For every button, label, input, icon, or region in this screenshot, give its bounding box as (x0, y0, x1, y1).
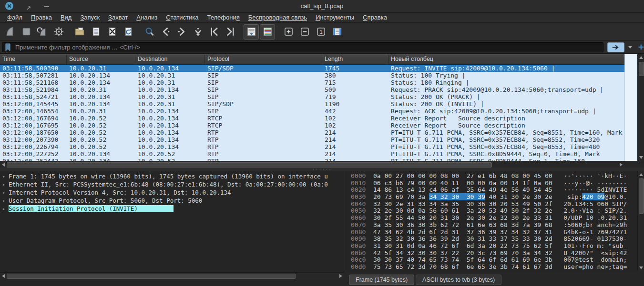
menu-help[interactable]: Справка (358, 13, 391, 22)
hex-row[interactable]: 0050 32 2e 30 0d 0a 56 69 61 3a 20 53 49… (345, 207, 637, 215)
detail-line[interactable]: ▸Session Initiation Protocol (INVITE) (0, 205, 344, 213)
packet-row[interactable]: 03:12:00,14544510.0.20.13410.0.20.31SIP/… (0, 100, 624, 108)
scroll-down-icon[interactable] (639, 156, 643, 159)
zoom-out-button[interactable] (297, 24, 312, 39)
menu-go[interactable]: Запуск (76, 13, 104, 22)
start-capture-button[interactable] (2, 24, 18, 39)
apply-filter-button[interactable] (607, 42, 624, 52)
colorize-button[interactable] (260, 24, 275, 39)
close-file-button[interactable] (104, 24, 120, 39)
hex-row[interactable]: 0030 20 73 69 70 3a 34 32 30 30 39 40 31… (345, 194, 637, 201)
packet-row[interactable]: 03:11:58,50039010.0.20.3110.0.20.134SIP/… (0, 65, 624, 72)
scroll-right-icon[interactable] (620, 163, 623, 167)
tab-ascii[interactable]: ASCII bytes to tvb (3 bytes) (416, 275, 501, 285)
menu-telephony[interactable]: Телефония (203, 13, 244, 22)
packet-row[interactable]: 03:12:00,18765010.0.20.5210.0.20.134RTP2… (0, 129, 624, 136)
save-file-button[interactable] (88, 24, 103, 39)
expand-arrow-icon[interactable]: ▸ (2, 190, 9, 195)
column-header-source[interactable]: Source (67, 55, 135, 64)
column-header-new_column[interactable]: Новый столбец (388, 55, 624, 64)
expand-arrow-icon[interactable]: ▸ (2, 206, 9, 211)
menu-wireless[interactable]: Беспроводная связь (244, 13, 311, 22)
packet-row[interactable]: 03:11:58,52198410.0.20.3110.0.20.134SIP5… (0, 86, 624, 93)
menu-statistics[interactable]: Статистика (162, 13, 203, 22)
capture-options-button[interactable] (51, 24, 66, 39)
scroll-up-icon[interactable] (639, 173, 643, 176)
add-filter-button[interactable]: + (638, 42, 644, 52)
hex-row[interactable]: 0090 38 35 32 30 36 36 39 2d 30 31 33 37… (345, 236, 637, 243)
expand-arrow-icon[interactable]: ▸ (2, 174, 9, 179)
first-packet-button[interactable] (206, 24, 222, 39)
go-to-packet-button[interactable] (190, 24, 205, 39)
hex-row[interactable]: 00b0 42 5f 34 32 30 30 37 22 20 3c 73 69… (345, 250, 637, 257)
restart-capture-button[interactable] (35, 24, 50, 39)
packet-list-vscroll-thumb[interactable] (639, 62, 644, 76)
menu-file[interactable]: Файл (3, 13, 27, 22)
hex-row[interactable]: 0000 0a 00 27 00 00 00 08 00 27 e1 6b 48… (345, 173, 637, 180)
hex-row[interactable]: 00a0 31 30 31 0d 0a 46 72 6f 6d 3a 20 22… (345, 243, 637, 250)
hex-row[interactable]: 0070 3a 35 30 36 30 3b 62 72 61 6e 63 68… (345, 222, 637, 229)
filter-dropdown-caret[interactable] (628, 46, 632, 49)
hex-row[interactable]: 0020 14 86 13 c4 13 c4 06 af 35 64 49 4e… (345, 187, 637, 194)
packet-row[interactable]: 03:12:00,22725210.0.20.13410.0.20.52RTP2… (0, 150, 624, 158)
auto-scroll-button[interactable] (244, 24, 259, 39)
scroll-up-icon[interactable] (639, 56, 643, 59)
column-header-destination[interactable]: Destination (135, 55, 205, 64)
menu-capture[interactable]: Захват (104, 13, 132, 22)
packet-row[interactable]: 03:12:00,20739010.0.20.5210.0.20.134RTP2… (0, 136, 624, 143)
detail-line[interactable]: ▸Internet Protocol Version 4, Src: 10.0.… (0, 188, 344, 197)
packet-row[interactable]: 03:12:00,25244210.0.20.13410.0.20.52RTP2… (0, 158, 624, 161)
auto-scroll-icon (246, 26, 257, 37)
last-packet-button[interactable] (223, 24, 238, 39)
scroll-right-icon[interactable] (339, 274, 342, 278)
details-hscrollbar[interactable] (0, 272, 344, 279)
hex-row[interactable]: 00c0 30 30 37 40 74 65 73 74 5f 64 6f 6d… (345, 256, 637, 264)
filter-bookmark-icon[interactable] (5, 43, 11, 53)
detail-line[interactable]: ▸Frame 1: 1745 bytes on wire (13960 bits… (0, 172, 344, 180)
hex-row[interactable]: 0010 06 c3 b6 79 00 00 40 11 00 00 0a 00… (345, 180, 637, 187)
packet-list-hscroll-thumb[interactable] (7, 162, 492, 168)
hex-vscroll-thumb[interactable] (639, 178, 644, 214)
packet-row[interactable]: 03:12:00,16769410.0.20.5210.0.20.134RTCP… (0, 115, 624, 122)
column-header-length[interactable]: Length (322, 55, 388, 64)
detail-line[interactable]: ▸Ethernet II, Src: PCSSystemtec_e1:6b:48… (0, 180, 344, 188)
column-header-time[interactable]: Time (0, 55, 67, 64)
menu-tools[interactable]: Инструменты (311, 13, 358, 22)
stop-capture-button[interactable] (19, 24, 34, 39)
detail-line[interactable]: ▸User Datagram Protocol, Src Port: 5060,… (0, 197, 344, 205)
packet-row[interactable]: 03:12:00,16769510.0.20.5210.0.20.134RTCP… (0, 122, 624, 129)
byte-view-tabbar: Frame (1745 bytes)ASCII bytes to tvb (3 … (345, 274, 644, 286)
open-file-button[interactable] (72, 24, 87, 39)
packet-row[interactable]: 03:12:00,14655410.0.20.3110.0.20.134SIP4… (0, 108, 624, 115)
packet-row[interactable]: 03:11:58,52116810.0.20.13410.0.20.31SIP7… (0, 79, 624, 86)
find-packet-button[interactable] (142, 24, 157, 39)
hex-row[interactable]: 0080 47 34 62 4b 2d 6f 2d 31 37 36 39 37… (345, 229, 637, 236)
menu-view[interactable]: Вид (56, 13, 76, 22)
hex-vscrollbar[interactable] (637, 171, 644, 271)
zoom-in-button[interactable] (281, 24, 296, 39)
details-hscroll-thumb[interactable] (7, 274, 296, 279)
scroll-left-icon[interactable] (2, 163, 5, 167)
hex-row[interactable]: 00d0 75 73 65 72 3d 70 68 6f 6e 65 3e 3b… (345, 264, 637, 271)
tab-frame[interactable]: Frame (1745 bytes) (349, 275, 414, 285)
pane-splitter[interactable]: ······ (0, 168, 644, 171)
column-header-protocol[interactable]: Protocol (205, 55, 322, 64)
packet-row[interactable]: 03:11:58,52472110.0.20.13410.0.20.31SIP7… (0, 93, 624, 100)
scroll-left-icon[interactable] (2, 274, 5, 278)
previous-packet-button[interactable] (158, 24, 173, 39)
zoom-100-button[interactable]: 1 (313, 24, 328, 39)
packet-row[interactable]: 03:12:00,22679410.0.20.5210.0.20.134RTP2… (0, 143, 624, 150)
reload-file-button[interactable] (121, 24, 136, 39)
expand-arrow-icon[interactable]: ▸ (2, 198, 9, 203)
packet-row[interactable]: 03:11:58,50728110.0.20.13410.0.20.31SIP3… (0, 72, 624, 79)
resize-columns-button[interactable] (329, 24, 345, 39)
scroll-down-icon[interactable] (639, 266, 643, 269)
expand-arrow-icon[interactable]: ▸ (2, 182, 9, 187)
display-filter-input[interactable] (2, 42, 603, 52)
hex-row[interactable]: 0060 30 2f 55 44 50 20 31 30 2e 30 2e 32… (345, 215, 637, 222)
hex-row[interactable]: 0040 32 30 2e 31 33 34 3a 35 30 36 30 20… (345, 201, 637, 208)
packet-list-vscrollbar[interactable] (637, 54, 644, 161)
menu-edit[interactable]: Правка (27, 13, 56, 22)
menu-analyze[interactable]: Анализ (132, 13, 162, 22)
next-packet-button[interactable] (174, 24, 189, 39)
